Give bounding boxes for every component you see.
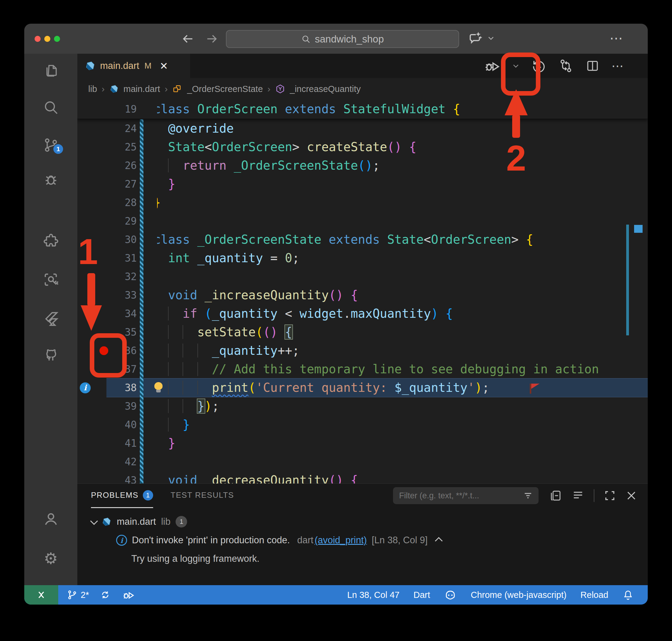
problems-filter-box[interactable] [393, 487, 538, 504]
code-line-30[interactable]: 30class _OrderScreenState extends State<… [77, 230, 648, 249]
breadcrumb-file[interactable]: main.dart [123, 84, 160, 94]
code-editor[interactable]: 19class OrderScreen extends StatefulWidg… [77, 100, 648, 483]
sidebar-item-github[interactable] [24, 344, 77, 364]
editor-more-actions-icon[interactable]: ⋯ [611, 59, 625, 73]
copilot-chat-icon[interactable] [467, 30, 484, 46]
debug-run-button[interactable] [483, 57, 501, 75]
problem-row[interactable]: i Don't invoke 'print' in production cod… [77, 531, 648, 549]
code-line-42[interactable]: 42 [77, 452, 648, 471]
sidebar-item-flutter[interactable] [24, 309, 77, 329]
sidebar-item-extensions[interactable] [24, 231, 77, 251]
problem-hint-row: Try using a logging framework. [77, 549, 648, 568]
bell-icon[interactable] [622, 589, 634, 601]
close-window-button[interactable] [34, 36, 41, 42]
sidebar-item-source-control[interactable]: 1 [24, 135, 77, 155]
code-line-28[interactable]: 28} [77, 193, 648, 212]
modified-gutter-indicator [140, 138, 143, 156]
problems-tab-label: PROBLEMS [91, 490, 139, 500]
info-icon[interactable]: i [80, 382, 91, 393]
compare-changes-icon[interactable] [558, 58, 574, 74]
sidebar-item-run-debug[interactable] [24, 169, 77, 189]
chevron-down-icon[interactable] [90, 517, 98, 525]
maximize-window-button[interactable] [54, 36, 60, 42]
annotation-arrow-2-head [505, 89, 528, 115]
tab-problems[interactable]: PROBLEMS 1 [91, 483, 153, 508]
code-line-29[interactable]: 29 [77, 212, 648, 230]
view-as-table-icon[interactable] [549, 489, 562, 502]
code-line-34[interactable]: 34 if (_quantity < widget.maxQuantity) { [77, 304, 648, 323]
copilot-status-icon[interactable] [444, 588, 457, 601]
code-line-35[interactable]: 35 setState(() { [77, 323, 648, 341]
code-line-25[interactable]: 25 State<OrderScreen> createState() { [77, 138, 648, 156]
project-search-box[interactable]: sandwich_shop [226, 30, 459, 48]
cursor-position[interactable]: Ln 38, Col 47 [347, 590, 400, 600]
code-line-36[interactable]: 36 _quantity++; [77, 341, 648, 360]
split-editor-icon[interactable] [585, 58, 600, 73]
modified-gutter-indicator [140, 341, 143, 360]
back-arrow-icon[interactable] [181, 32, 195, 46]
branch-name: 2* [81, 590, 89, 600]
modified-gutter-indicator [140, 286, 143, 304]
sync-icon[interactable] [100, 589, 111, 600]
search-preview-icon [42, 271, 59, 288]
code-line-43[interactable]: 43 void _decreaseQuantity() { [77, 471, 648, 483]
language-mode[interactable]: Dart [413, 590, 430, 600]
code-line-40[interactable]: 40 } [77, 415, 648, 434]
breadcrumb-method[interactable]: _increaseQuantity [290, 84, 361, 94]
sidebar-item-explorer[interactable] [24, 60, 77, 80]
problem-source: dart [297, 535, 313, 546]
code-line-41[interactable]: 41 } [77, 434, 648, 452]
modified-gutter-indicator [140, 156, 143, 175]
line-number: 29 [77, 212, 137, 230]
breadcrumb-class[interactable]: _OrderScreenState [187, 84, 263, 94]
line-number: 42 [77, 452, 137, 471]
window-more-icon[interactable]: ⋯ [610, 30, 625, 46]
remote-indicator[interactable] [24, 585, 58, 604]
breadcrumb-lib[interactable]: lib [88, 84, 97, 94]
tab-main-dart[interactable]: main.dart M ✕ [77, 54, 190, 78]
tab-test-results[interactable]: TEST RESULTS [171, 483, 234, 508]
filter-input[interactable] [398, 491, 520, 501]
forward-arrow-icon[interactable] [205, 32, 219, 46]
branch-status-item[interactable]: 2* [67, 589, 89, 600]
code-line-24[interactable]: 24 @override [77, 119, 648, 138]
git-branch-icon [67, 589, 78, 600]
code-lines: 24 @override25 State<OrderScreen> create… [77, 119, 648, 483]
github-icon [42, 345, 60, 363]
close-tab-icon[interactable]: ✕ [160, 61, 168, 71]
close-panel-icon[interactable] [625, 490, 638, 502]
reload-button[interactable]: Reload [580, 590, 608, 600]
problems-file-row[interactable]: main.dart lib 1 [77, 512, 648, 531]
dart-file-icon [109, 84, 119, 94]
modified-gutter-indicator [140, 193, 143, 212]
code-line-32[interactable]: 32 [77, 268, 648, 286]
code-line-33[interactable]: 33 void _increaseQuantity() { [77, 286, 648, 304]
debug-status-icon[interactable] [122, 588, 135, 602]
code-line-39[interactable]: 39 }); [77, 397, 648, 415]
sidebar-item-search[interactable] [24, 97, 77, 118]
sidebar-item-settings[interactable]: ⚙ [24, 548, 77, 569]
flag-icon[interactable] [530, 384, 531, 394]
problem-rule-link[interactable]: (avoid_print) [314, 535, 367, 546]
collapse-all-icon[interactable] [571, 489, 585, 502]
chevron-up-icon[interactable] [435, 537, 443, 545]
code-line-37[interactable]: 37 // Add this temporary line to see deb… [77, 360, 648, 379]
maximize-panel-icon[interactable] [603, 489, 616, 502]
sidebar-item-account[interactable] [24, 509, 77, 529]
lightbulb-icon[interactable] [154, 382, 163, 390]
code-line-27[interactable]: 27 } [77, 175, 648, 193]
debug-target[interactable]: Chrome (web-javascript) [471, 590, 566, 600]
minimize-window-button[interactable] [44, 36, 50, 42]
divider [594, 489, 594, 502]
file-dir: lib [161, 516, 170, 527]
modified-gutter-indicator [140, 452, 143, 471]
annotation-step-1-label: 1 [70, 234, 106, 270]
sidebar-item-search-preview[interactable] [24, 270, 77, 290]
filter-icon[interactable] [523, 490, 533, 501]
chevron-down-icon[interactable] [486, 34, 495, 43]
code-line-31[interactable]: 31 int _quantity = 0; [77, 249, 648, 268]
code-line-26[interactable]: 26 return _OrderScreenState(); [77, 156, 648, 175]
code-line-38[interactable]: i38 print('Current quantity: $_quantity'… [77, 379, 648, 397]
code-line-19[interactable]: 19class OrderScreen extends StatefulWidg… [77, 100, 648, 118]
modified-gutter-indicator [140, 360, 143, 379]
